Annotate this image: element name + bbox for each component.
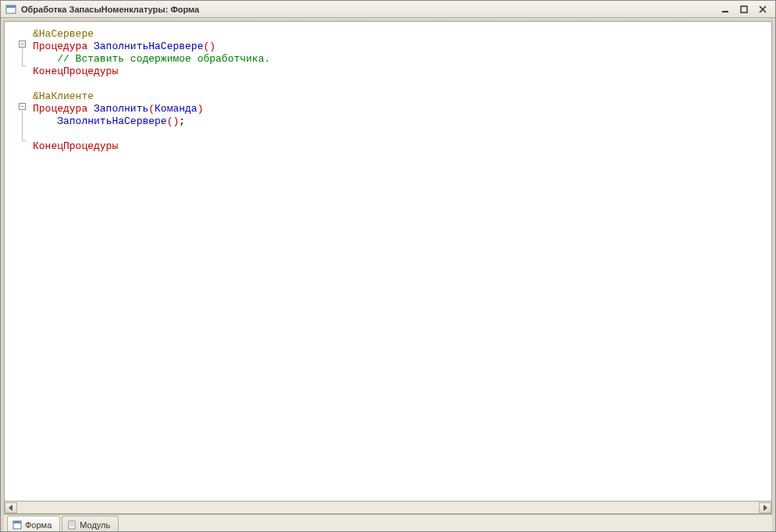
window-controls — [719, 4, 772, 15]
paren-close: ) — [198, 103, 204, 115]
fold-end — [22, 66, 26, 66]
fold-end — [22, 140, 26, 141]
window-title: Обработка ЗапасыНоменклатуры: Форма — [21, 5, 719, 14]
keyword: Процедура — [33, 103, 87, 115]
code-body[interactable]: &НаСервере Процедура ЗаполнитьНаСервере(… — [28, 22, 771, 501]
comment: // Вставить содержимое обработчика. — [57, 53, 270, 65]
directive: &НаКлиенте — [33, 90, 94, 102]
gutter: − − — [5, 22, 28, 501]
maximize-button[interactable] — [738, 4, 750, 15]
scroll-track[interactable] — [17, 502, 759, 513]
directive: &НаСервере — [33, 28, 94, 40]
tab-form[interactable]: Форма — [7, 516, 60, 531]
titlebar: Обработка ЗапасыНоменклатуры: Форма — [1, 1, 775, 18]
scroll-left-button[interactable] — [5, 502, 17, 513]
fold-line — [22, 48, 23, 66]
bottom-tabs: Форма Модуль — [4, 514, 772, 531]
fold-line — [22, 111, 23, 140]
param: Команда — [155, 103, 198, 115]
parens: () — [167, 115, 180, 127]
identifier: ЗаполнитьНаСервере — [87, 41, 203, 52]
semicolon: ; — [179, 115, 185, 127]
horizontal-scrollbar[interactable] — [4, 502, 772, 514]
fold-toggle-icon[interactable]: − — [19, 41, 26, 48]
tab-label: Форма — [25, 520, 52, 530]
minimize-button[interactable] — [719, 4, 732, 15]
scroll-right-button[interactable] — [759, 502, 771, 513]
form-icon — [5, 4, 16, 15]
fold-toggle-icon[interactable]: − — [19, 103, 26, 110]
svg-rect-1 — [6, 5, 16, 8]
svg-marker-7 — [764, 505, 767, 511]
parens: () — [203, 41, 215, 52]
paren-open: ( — [148, 103, 155, 115]
close-button[interactable] — [756, 4, 769, 15]
tab-label: Модуль — [80, 520, 110, 530]
svg-marker-6 — [9, 505, 12, 511]
form-icon — [12, 520, 22, 530]
identifier: Заполнить — [87, 103, 148, 115]
svg-rect-2 — [722, 11, 728, 12]
keyword: Процедура — [33, 41, 87, 52]
svg-rect-9 — [13, 521, 21, 523]
keyword: КонецПроцедуры — [33, 66, 118, 77]
call: ЗаполнитьНаСервере — [57, 115, 166, 127]
code-editor[interactable]: − − &НаСервере Процедура ЗаполнитьНаСерв… — [4, 21, 772, 502]
keyword: КонецПроцедуры — [33, 140, 118, 152]
tab-module[interactable]: Модуль — [62, 516, 119, 531]
editor-wrap: − − &НаСервере Процедура ЗаполнитьНаСерв… — [1, 18, 775, 531]
module-icon — [67, 520, 77, 530]
svg-rect-3 — [741, 6, 747, 12]
